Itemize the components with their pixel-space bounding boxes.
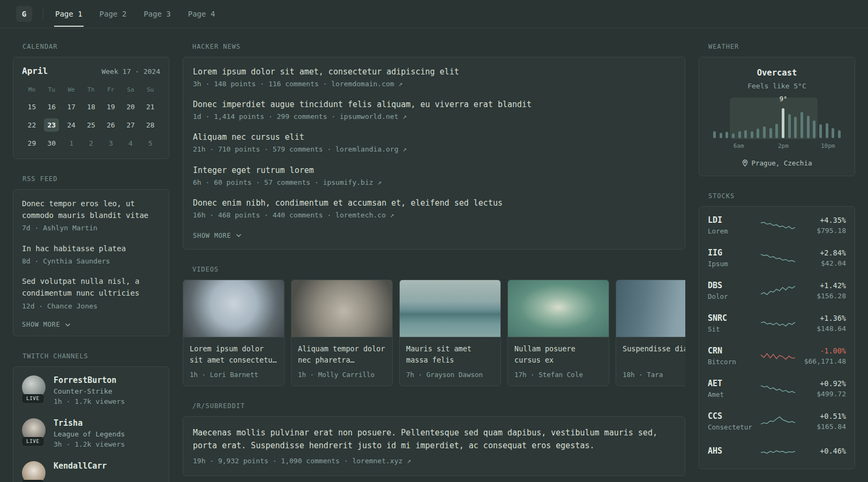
stock-change: +0.46% xyxy=(801,447,846,455)
live-badge: LIVE xyxy=(23,394,43,403)
rss-item-title[interactable]: Donec tempor eros leo, ut commodo mauris… xyxy=(22,198,160,221)
calendar-day: 28 xyxy=(143,118,158,132)
calendar-day-next-month: 5 xyxy=(143,137,158,150)
dashboard: CALENDAR April Week 17 · 2024 Mo Tu We T… xyxy=(0,28,868,482)
stock-id: LDI Lorem xyxy=(708,215,755,235)
channel-name[interactable]: Trisha xyxy=(54,418,125,428)
stock-row[interactable]: AET Amet +0.92% $499.72 xyxy=(708,372,846,405)
video-card[interactable]: Suspendisse diam 18h · Tara xyxy=(616,280,685,386)
hn-item: Donec imperdiet augue tincidunt felis al… xyxy=(193,100,675,122)
hn-item: Aliquam nec cursus elit 21h · 710 points… xyxy=(193,132,675,154)
stock-symbol: AET xyxy=(708,379,755,388)
stock-change: +1.36% xyxy=(801,314,846,322)
stock-row[interactable]: AHS +0.46% xyxy=(708,438,846,466)
hn-item-title[interactable]: Donec enim nibh, condimentum et accumsan… xyxy=(193,198,675,208)
calendar-card: April Week 17 · 2024 Mo Tu We Th Fr Sa S… xyxy=(13,57,169,159)
hn-item-title[interactable]: Donec imperdiet augue tincidunt felis al… xyxy=(193,100,675,109)
stock-name: Dolor xyxy=(708,292,755,300)
stock-symbol: CRN xyxy=(708,346,755,356)
subreddit-post: Maecenas mollis pulvinar erat non posuer… xyxy=(193,426,675,466)
rss-item: Donec tempor eros leo, ut commodo mauris… xyxy=(22,198,160,234)
calendar-widget: CALENDAR April Week 17 · 2024 Mo Tu We T… xyxy=(13,43,169,159)
calendar-day-next-month: 3 xyxy=(103,137,118,150)
stock-row[interactable]: CRN Bitcorn -1.00% $66,171.48 xyxy=(708,340,846,372)
calendar-day: 19 xyxy=(103,100,118,114)
calendar-day: 15 xyxy=(24,100,39,114)
twitch-card: LIVE ForrestBurton Counter-Strike 1h · 1… xyxy=(13,366,169,482)
avatar-image xyxy=(22,461,46,482)
hn-item-title[interactable]: Aliquam nec cursus elit xyxy=(193,132,675,142)
stock-values: +0.51% $165.84 xyxy=(801,412,846,431)
channel-info: Trisha League of Legends 3h · 1.2k viewe… xyxy=(54,418,125,449)
rss-item-meta: 7d · Ashlyn Martin xyxy=(22,223,160,233)
stock-symbol: SNRC xyxy=(708,313,755,323)
rss-item-meta: 12d · Chance Jones xyxy=(22,302,160,311)
stocks-widget-title: STOCKS xyxy=(699,192,855,200)
hn-item: Lorem ipsum dolor sit amet, consectetur … xyxy=(193,67,675,89)
stock-values: +1.36% $148.64 xyxy=(801,314,846,333)
video-card[interactable]: Lorem ipsum dolor sit amet consectetu… 1… xyxy=(183,280,285,386)
stock-values: +2.84% $42.04 xyxy=(801,248,846,267)
weather-location-label: Prague, Czechia xyxy=(752,159,812,167)
video-thumbnail xyxy=(400,280,500,337)
subreddit-post-title[interactable]: Maecenas mollis pulvinar erat non posuer… xyxy=(193,426,675,452)
stocks-widget: STOCKS LDI Lorem +4.35% $795.18 IIG xyxy=(699,192,855,469)
video-title: Lorem ipsum dolor sit amet consectetu… xyxy=(190,343,278,366)
stock-sparkline xyxy=(759,315,797,332)
video-card[interactable]: Mauris sit amet massa felis 7h · Grayson… xyxy=(399,280,501,386)
stock-sparkline xyxy=(759,444,797,460)
rss-item-title[interactable]: Sed volutpat nulla nisl, a condimentum n… xyxy=(22,276,160,299)
calendar-widget-title: CALENDAR xyxy=(13,43,169,50)
tab-page-1[interactable]: Page 1 xyxy=(54,1,84,27)
channel-name[interactable]: ForrestBurton xyxy=(54,375,125,385)
video-thumbnail xyxy=(291,280,392,337)
channel-name[interactable]: KendallCarr xyxy=(54,461,107,471)
tab-page-3[interactable]: Page 3 xyxy=(143,1,172,27)
stock-price: $165.84 xyxy=(801,423,846,431)
hn-item-meta: 16h · 468 points · 440 comments · loremt… xyxy=(193,210,675,220)
stock-row[interactable]: SNRC Sit +1.36% $148.64 xyxy=(708,307,846,340)
video-thumbnail xyxy=(508,280,609,337)
stock-row[interactable]: DBS Dolor +1.42% $156.28 xyxy=(708,274,846,307)
rss-show-more-button[interactable]: SHOW MORE xyxy=(22,321,71,328)
stock-change: +0.51% xyxy=(801,412,846,420)
videos-widget-title: VIDEOS xyxy=(183,266,685,273)
avatar: LIVE xyxy=(22,375,46,399)
stock-row[interactable]: LDI Lorem +4.35% $795.18 xyxy=(708,209,846,242)
stock-id: AHS xyxy=(708,446,755,458)
hn-item-meta: 3h · 148 points · 116 comments · loremdo… xyxy=(193,79,675,89)
stock-symbol: CCS xyxy=(708,411,755,421)
app-logo[interactable]: G xyxy=(16,6,32,22)
twitch-channel[interactable]: LIVE Trisha League of Legends 3h · 1.2k … xyxy=(22,418,160,449)
video-meta: 18h · Tara xyxy=(623,371,685,379)
video-card[interactable]: Aliquam tempor dolor nec pharetra… 1h · … xyxy=(291,280,393,386)
tab-page-4[interactable]: Page 4 xyxy=(187,1,216,27)
hn-item-meta: 1d · 1,414 points · 299 comments · ipsum… xyxy=(193,112,675,122)
hn-item-title[interactable]: Integer eget rutrum lorem xyxy=(193,165,675,175)
twitch-channel[interactable]: LIVE ForrestBurton Counter-Strike 1h · 1… xyxy=(22,375,160,406)
stock-id: DBS Dolor xyxy=(708,281,755,300)
video-thumbnail xyxy=(183,280,284,337)
video-title: Aliquam tempor dolor nec pharetra… xyxy=(298,343,386,366)
calendar-day-header: We xyxy=(68,85,75,95)
stock-row[interactable]: CCS Consectetur +0.51% $165.84 xyxy=(708,405,846,438)
calendar-header: April Week 17 · 2024 xyxy=(22,66,160,76)
stock-sparkline xyxy=(759,283,797,299)
live-badge: LIVE xyxy=(23,437,43,446)
stock-change: +4.35% xyxy=(801,216,846,224)
hn-show-more-button[interactable]: SHOW MORE xyxy=(193,232,242,239)
subreddit-widget: /R/SUBREDDIT Maecenas mollis pulvinar er… xyxy=(183,402,685,476)
channel-info: KendallCarr xyxy=(54,461,107,482)
hn-item-title[interactable]: Lorem ipsum dolor sit amet, consectetur … xyxy=(193,67,675,77)
calendar-day-header: Fr xyxy=(107,85,114,95)
video-card[interactable]: Nullam posuere cursus ex 17h · Stefan Co… xyxy=(507,280,609,386)
twitch-channel[interactable]: LIVE KendallCarr xyxy=(22,461,160,482)
stock-price: $66,171.48 xyxy=(801,357,846,365)
hackernews-card: Lorem ipsum dolor sit amet, consectetur … xyxy=(183,57,685,250)
tab-page-2[interactable]: Page 2 xyxy=(99,1,128,27)
stock-values: +0.92% $499.72 xyxy=(801,379,846,398)
calendar-day-next-month: 1 xyxy=(64,137,79,150)
hackernews-widget-title: HACKER NEWS xyxy=(183,43,685,50)
stock-row[interactable]: IIG Ipsum +2.84% $42.04 xyxy=(708,242,846,274)
rss-item-title[interactable]: In hac habitasse platea xyxy=(22,243,160,255)
